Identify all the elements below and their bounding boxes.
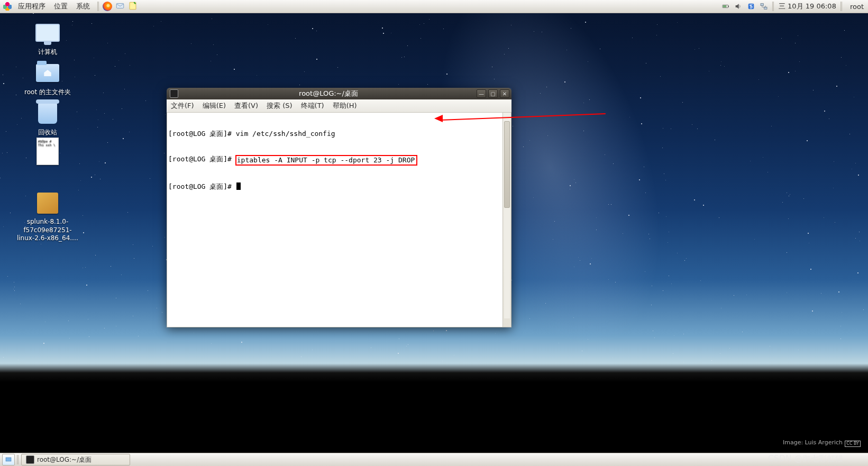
menu-applications[interactable]: 应用程序 — [14, 0, 50, 13]
maximize-button[interactable]: ▢ — [488, 89, 498, 98]
svg-rect-4 — [723, 5, 727, 7]
prompt: [root@LOG 桌面]# — [168, 130, 232, 138]
terminal-line: [root@LOG 桌面]# vim /etc/ssh/sshd_config — [168, 130, 501, 138]
terminal-app-icon — [170, 89, 178, 98]
minimize-button[interactable]: — — [477, 89, 486, 98]
package-icon — [37, 193, 58, 214]
gnome-foot-icon — [3, 2, 12, 11]
taskbar-button-terminal[interactable]: root@LOG:~/桌面 — [21, 454, 130, 465]
tray-separator — [772, 2, 774, 11]
textfile-icon: #$Ope # Thi ssh \ — [36, 138, 59, 165]
desktop-icon-package[interactable]: splunk-8.1.0-f57c09e87251-linux-2.6-x86_… — [16, 190, 79, 243]
desktop-icon-computer[interactable]: 计算机 — [16, 20, 79, 57]
scrollbar[interactable] — [502, 113, 511, 327]
highlighted-command: iptables -A INPUT -p tcp --dport 23 -j D… — [235, 155, 418, 166]
taskbar-label: root@LOG:~/桌面 — [37, 455, 92, 464]
volume-icon[interactable] — [734, 2, 743, 11]
menu-help[interactable]: 帮助(H) — [328, 99, 361, 112]
folder-icon — [36, 64, 59, 82]
terminal-body: [root@LOG 桌面]# vim /etc/ssh/sshd_config … — [167, 113, 511, 327]
terminal-line: [root@LOG 桌面]# — [168, 182, 501, 191]
icon-label: 回收站 — [16, 128, 79, 137]
tray-separator — [840, 2, 843, 11]
panel-separator — [17, 455, 19, 464]
terminal-line: [root@LOG 桌面]# iptables -A INPUT -p tcp … — [168, 155, 501, 166]
menu-search[interactable]: 搜索 (S) — [262, 99, 297, 112]
desktop-icon-textfile[interactable]: #$Ope # Thi ssh \ — [16, 139, 79, 166]
menu-system[interactable]: 系统 — [72, 0, 94, 13]
wallpaper-credit: Image: Luis Argerich — [783, 439, 843, 446]
mail-icon[interactable] — [115, 1, 125, 12]
top-panel: 应用程序 位置 系统 三 10月 19 06:08 root — [0, 0, 868, 13]
panel-separator — [97, 2, 99, 11]
prompt: [root@LOG 桌面]# — [168, 155, 232, 163]
menu-file[interactable]: 文件(F) — [167, 99, 198, 112]
desktop-icon-trash[interactable]: 回收站 — [16, 100, 79, 137]
icon-label: splunk-8.1.0-f57c09e87251-linux-2.6-x86_… — [16, 218, 79, 243]
window-title: root@LOG:~/桌面 — [181, 89, 476, 98]
svg-rect-0 — [116, 3, 124, 8]
notes-icon[interactable] — [128, 1, 138, 12]
watermark: CSDN @御七彩虹猫 — [768, 454, 844, 464]
icon-label: 计算机 — [16, 48, 79, 57]
clock[interactable]: 三 10月 19 06:08 — [779, 2, 836, 11]
bottom-panel: root@LOG:~/桌面 — [0, 453, 868, 466]
svg-rect-6 — [761, 4, 763, 6]
terminal-icon — [26, 455, 34, 464]
svg-rect-7 — [764, 7, 767, 9]
icon-label: root 的主文件夹 — [16, 88, 79, 97]
firefox-icon[interactable] — [103, 2, 112, 11]
svg-rect-3 — [728, 6, 729, 7]
svg-rect-8 — [6, 458, 11, 461]
bluetooth-icon[interactable] — [747, 2, 755, 11]
prompt: [root@LOG 桌面]# — [168, 182, 232, 191]
user-menu[interactable]: root — [850, 3, 864, 11]
menu-terminal[interactable]: 终端(T) — [297, 99, 328, 112]
network-icon[interactable] — [760, 2, 768, 11]
terminal-window[interactable]: root@LOG:~/桌面 — ▢ ✕ 文件(F) 编辑(E) 查看(V) 搜索… — [167, 88, 511, 327]
terminal-output[interactable]: [root@LOG 桌面]# vim /etc/ssh/sshd_config … — [167, 113, 502, 327]
monitor-icon — [35, 24, 60, 42]
scrollbar-thumb[interactable] — [504, 121, 510, 208]
menu-places[interactable]: 位置 — [50, 0, 72, 13]
menu-edit[interactable]: 编辑(E) — [198, 99, 230, 112]
titlebar[interactable]: root@LOG:~/桌面 — ▢ ✕ — [167, 88, 511, 99]
desktop-icon-home[interactable]: root 的主文件夹 — [16, 60, 79, 97]
menu-view[interactable]: 查看(V) — [230, 99, 262, 112]
system-tray: 三 10月 19 06:08 root — [717, 2, 868, 11]
terminal-menubar: 文件(F) 编辑(E) 查看(V) 搜索 (S) 终端(T) 帮助(H) — [167, 99, 511, 113]
close-button[interactable]: ✕ — [500, 89, 509, 98]
cc-badge: CC BY — [845, 441, 861, 447]
trash-icon — [38, 103, 57, 124]
show-desktop-button[interactable] — [2, 454, 15, 465]
command: vim /etc/ssh/sshd_config — [236, 130, 335, 138]
battery-icon[interactable] — [721, 2, 730, 11]
cursor — [236, 182, 241, 190]
